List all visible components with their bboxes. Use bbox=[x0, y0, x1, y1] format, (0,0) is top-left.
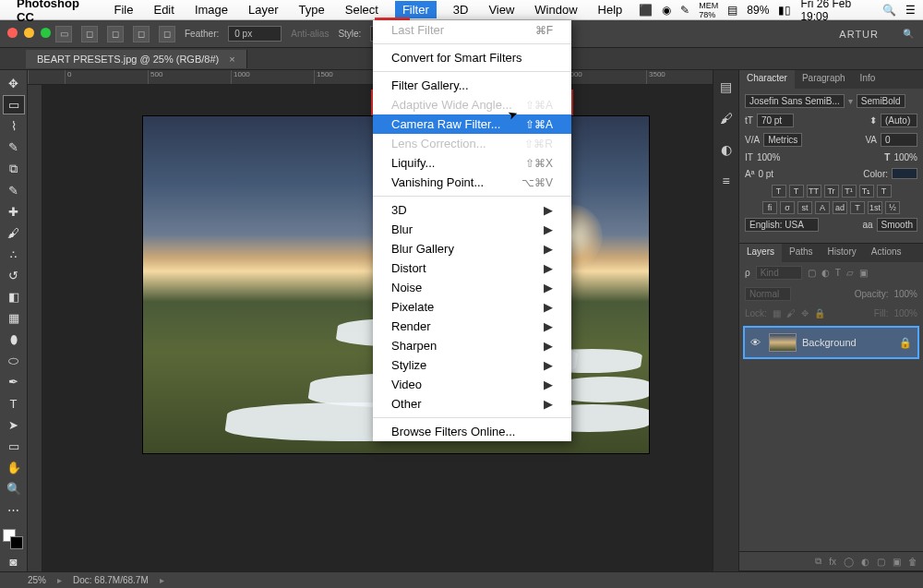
zoom-window-button[interactable] bbox=[41, 28, 51, 38]
filter-type-icon[interactable]: T bbox=[835, 268, 841, 278]
ordinals-button[interactable]: 1st bbox=[868, 201, 882, 214]
dodge-tool[interactable]: ⬭ bbox=[3, 351, 25, 370]
marquee-tool-icon[interactable]: ▭ bbox=[55, 26, 72, 42]
lasso-tool[interactable]: ⌇ bbox=[3, 116, 25, 136]
text-color-swatch[interactable] bbox=[892, 168, 917, 179]
tracking-input[interactable]: 0 bbox=[881, 133, 917, 147]
filter-pixel-icon[interactable]: ▢ bbox=[808, 268, 816, 278]
ruler-vertical[interactable] bbox=[28, 85, 42, 571]
search-icon[interactable]: 🔍 bbox=[903, 29, 914, 39]
ruler-horizontal[interactable]: 0 500 1000 1500 2000 2500 3000 3500 bbox=[28, 70, 713, 85]
layer-thumbnail[interactable] bbox=[769, 333, 797, 352]
fractions-button[interactable]: ½ bbox=[885, 201, 900, 214]
menu-camera-raw[interactable]: Camera Raw Filter...⇧⌘A bbox=[373, 114, 571, 134]
filter-shape-icon[interactable]: ▱ bbox=[846, 268, 854, 278]
submenu-video[interactable]: Video▶ bbox=[373, 375, 571, 394]
blend-mode-select[interactable]: Normal bbox=[745, 287, 791, 301]
menu-select[interactable]: Select bbox=[342, 1, 382, 18]
link-layers-icon[interactable]: ⧉ bbox=[815, 556, 821, 567]
leading-input[interactable]: (Auto) bbox=[881, 114, 917, 127]
submenu-3d[interactable]: 3D▶ bbox=[373, 200, 571, 220]
lock-pixels-icon[interactable]: 🖌 bbox=[786, 308, 796, 318]
font-style-select[interactable]: SemiBold bbox=[857, 94, 905, 108]
language-select[interactable]: English: USA bbox=[745, 218, 819, 232]
add-selection-icon[interactable]: ◻ bbox=[107, 26, 124, 42]
filter-adjust-icon[interactable]: ◐ bbox=[821, 268, 830, 278]
kerning-select[interactable]: Metrics bbox=[763, 133, 802, 147]
tab-layers[interactable]: Layers bbox=[739, 244, 782, 262]
brush-tool[interactable]: 🖌 bbox=[3, 223, 25, 243]
bold-button[interactable]: T bbox=[772, 185, 786, 198]
layer-row[interactable]: 👁 Background 🔒 bbox=[743, 326, 919, 359]
menu-window[interactable]: Window bbox=[531, 1, 581, 18]
adjustments-icon[interactable]: ◐ bbox=[717, 140, 736, 159]
mem-icon[interactable]: MEM78% bbox=[699, 1, 718, 19]
new-layer-icon[interactable]: ▣ bbox=[893, 557, 901, 567]
blur-tool[interactable]: ⬮ bbox=[3, 330, 25, 349]
quick-select-tool[interactable]: ✎ bbox=[3, 138, 25, 157]
feather-input[interactable]: 0 px bbox=[228, 26, 282, 42]
hscale-input[interactable]: 100% bbox=[893, 152, 917, 162]
tab-history[interactable]: History bbox=[821, 244, 864, 262]
swash-button[interactable]: A bbox=[815, 201, 830, 214]
discretionary-button[interactable]: st bbox=[797, 201, 812, 214]
smallcaps-button[interactable]: Tr bbox=[824, 185, 839, 198]
lock-position-icon[interactable]: ✥ bbox=[801, 308, 809, 318]
marquee-tool[interactable]: ▭ bbox=[3, 95, 25, 114]
menu-file[interactable]: File bbox=[111, 1, 138, 18]
submenu-distort[interactable]: Distort▶ bbox=[373, 258, 571, 278]
gradient-tool[interactable]: ▦ bbox=[3, 308, 25, 328]
healing-tool[interactable]: ✚ bbox=[3, 202, 25, 222]
menu-filter-gallery[interactable]: Filter Gallery... bbox=[373, 76, 571, 95]
close-tab-icon[interactable]: × bbox=[229, 54, 234, 65]
new-selection-icon[interactable]: ◻ bbox=[81, 26, 98, 42]
battery-icon[interactable]: ▮▯ bbox=[778, 4, 791, 17]
menu-adaptive-wide[interactable]: Adaptive Wide Angle...⇧⌘A bbox=[373, 95, 571, 114]
tab-paragraph[interactable]: Paragraph bbox=[795, 70, 853, 89]
zoom-tool[interactable]: 🔍 bbox=[3, 479, 25, 498]
quickmask-toggle[interactable]: ◙ bbox=[3, 552, 25, 571]
aa-select[interactable]: Smooth bbox=[877, 218, 917, 232]
app-name[interactable]: Photoshop CC bbox=[17, 0, 98, 24]
stamp-tool[interactable]: ⛬ bbox=[3, 245, 25, 264]
menu-type[interactable]: Type bbox=[295, 1, 329, 18]
doc-size[interactable]: Doc: 68.7M/68.7M bbox=[73, 575, 149, 585]
tab-actions[interactable]: Actions bbox=[864, 244, 909, 262]
close-window-button[interactable] bbox=[7, 28, 18, 38]
zoom-level[interactable]: 25% bbox=[28, 575, 46, 585]
allcaps-button[interactable]: TT bbox=[807, 185, 821, 198]
font-size-input[interactable]: 70 pt bbox=[757, 114, 794, 127]
delete-layer-icon[interactable]: 🗑 bbox=[908, 557, 917, 567]
subtract-selection-icon[interactable]: ◻ bbox=[133, 26, 150, 42]
submenu-pixelate[interactable]: Pixelate▶ bbox=[373, 297, 571, 317]
notifications-icon[interactable]: ☰ bbox=[905, 4, 916, 17]
tab-paths[interactable]: Paths bbox=[782, 244, 821, 262]
menu-edit[interactable]: Edit bbox=[150, 1, 177, 18]
layer-filter-select[interactable]: Kind bbox=[756, 266, 802, 280]
spotlight-icon[interactable]: 🔍 bbox=[882, 4, 896, 17]
menu-extras-icon[interactable]: ▤ bbox=[727, 4, 737, 17]
italic-button[interactable]: T bbox=[789, 185, 804, 198]
edit-toolbar[interactable]: ⋯ bbox=[3, 500, 25, 520]
tab-character[interactable]: Character bbox=[739, 70, 795, 89]
dropbox-icon[interactable]: ⬛ bbox=[639, 4, 653, 17]
document-tab[interactable]: BEART PRESETS.jpg @ 25% (RGB/8#) × bbox=[26, 50, 247, 68]
menu-filter[interactable]: Filter bbox=[395, 1, 437, 18]
hand-tool[interactable]: ✋ bbox=[3, 458, 25, 477]
color-swatches[interactable] bbox=[3, 529, 25, 550]
eraser-tool[interactable]: ◧ bbox=[3, 287, 25, 306]
intersect-selection-icon[interactable]: ◻ bbox=[159, 26, 175, 42]
history-brush-tool[interactable]: ↺ bbox=[3, 266, 25, 285]
tab-info[interactable]: Info bbox=[853, 70, 883, 89]
menu-image[interactable]: Image bbox=[191, 1, 232, 18]
fill-value[interactable]: 100% bbox=[893, 308, 917, 318]
ligatures-button[interactable]: fi bbox=[762, 201, 777, 214]
type-tool[interactable]: T bbox=[3, 393, 25, 413]
strikethrough-button[interactable]: T bbox=[877, 185, 892, 198]
menu-browse-filters[interactable]: Browse Filters Online... bbox=[373, 422, 571, 441]
submenu-noise[interactable]: Noise▶ bbox=[373, 278, 571, 297]
group-icon[interactable]: ▢ bbox=[877, 557, 885, 567]
font-family-select[interactable]: Josefin Sans SemiB... bbox=[745, 94, 845, 108]
pen-tool[interactable]: ✒ bbox=[3, 372, 25, 391]
submenu-other[interactable]: Other▶ bbox=[373, 394, 571, 414]
